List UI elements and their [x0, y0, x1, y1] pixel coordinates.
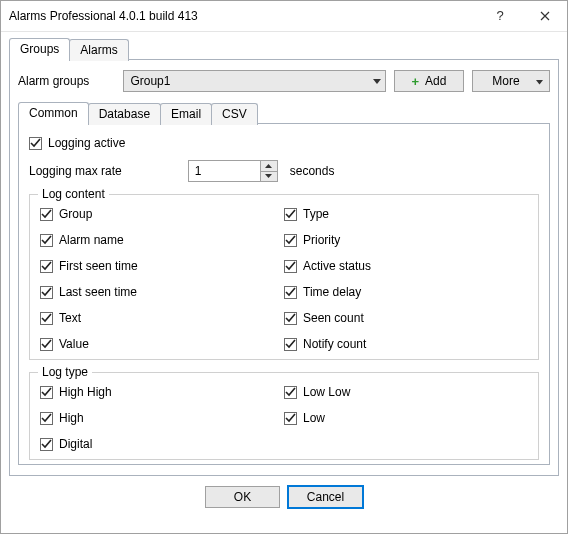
- logging-active-checkbox[interactable]: Logging active: [29, 136, 539, 150]
- chk-label: Last seen time: [59, 285, 137, 299]
- logging-max-rate-input[interactable]: 1: [188, 160, 278, 182]
- inner-tabpanel: Logging active Logging max rate 1: [18, 123, 550, 465]
- window-title: Alarms Professional 4.0.1 build 413: [9, 9, 477, 23]
- alarm-groups-row: Alarm groups Group1 + Add More: [18, 70, 550, 92]
- checkbox-icon: [40, 208, 53, 221]
- log-type-legend: Log type: [38, 365, 92, 379]
- checkbox-icon: [284, 286, 297, 299]
- spinner-buttons: [260, 161, 277, 181]
- logging-max-rate-row: Logging max rate 1 seconds: [29, 160, 539, 182]
- chk-notify-count[interactable]: Notify count: [284, 337, 528, 351]
- checkbox-icon: [284, 260, 297, 273]
- chk-seen-count[interactable]: Seen count: [284, 311, 528, 325]
- chk-label: Value: [59, 337, 89, 351]
- chk-priority[interactable]: Priority: [284, 233, 528, 247]
- svg-text:?: ?: [496, 9, 503, 23]
- tab-csv[interactable]: CSV: [211, 103, 258, 125]
- alarm-groups-select[interactable]: Group1: [123, 70, 386, 92]
- chk-text[interactable]: Text: [40, 311, 284, 325]
- checkbox-icon: [284, 208, 297, 221]
- checkbox-icon: [284, 386, 297, 399]
- tab-alarms[interactable]: Alarms: [69, 39, 128, 61]
- chk-label: Type: [303, 207, 329, 221]
- checkbox-icon: [40, 438, 53, 451]
- tab-common[interactable]: Common: [18, 102, 89, 124]
- outer-tabpanel: Alarm groups Group1 + Add More: [9, 59, 559, 476]
- checkbox-icon: [40, 386, 53, 399]
- checkbox-icon: [40, 286, 53, 299]
- logging-max-rate-label: Logging max rate: [29, 164, 122, 178]
- alarm-groups-label: Alarm groups: [18, 74, 89, 88]
- log-content-left-col: Group Alarm name First seen time Last se…: [40, 205, 284, 353]
- inner-tabstrip: Common Database Email CSV: [18, 102, 550, 124]
- cancel-button-label: Cancel: [307, 490, 344, 504]
- alarm-groups-selected: Group1: [130, 74, 170, 88]
- outer-tabstrip: Groups Alarms: [9, 38, 559, 60]
- chk-low[interactable]: Low: [284, 411, 528, 425]
- chk-label: Priority: [303, 233, 340, 247]
- chk-label: Active status: [303, 259, 371, 273]
- add-button-label: Add: [425, 74, 446, 88]
- more-button-label: More: [492, 74, 519, 88]
- common-section: Logging active Logging max rate 1: [29, 136, 539, 460]
- checkbox-icon: [284, 312, 297, 325]
- chk-label: Low Low: [303, 385, 350, 399]
- tab-groups[interactable]: Groups: [9, 38, 70, 60]
- chk-label: Group: [59, 207, 92, 221]
- chk-time-delay[interactable]: Time delay: [284, 285, 528, 299]
- chevron-down-icon: [373, 74, 381, 88]
- outer-tabs: Groups Alarms Alarm groups Group1 + Add: [9, 38, 559, 476]
- checkbox-icon: [40, 260, 53, 273]
- chk-high[interactable]: High: [40, 411, 284, 425]
- log-content-columns: Group Alarm name First seen time Last se…: [40, 205, 528, 353]
- logging-max-rate-value: 1: [189, 161, 260, 181]
- chk-label: Low: [303, 411, 325, 425]
- plus-icon: +: [412, 75, 420, 88]
- ok-button[interactable]: OK: [205, 486, 280, 508]
- chk-label: High: [59, 411, 84, 425]
- help-button[interactable]: ?: [477, 1, 522, 31]
- spinner-down-button[interactable]: [261, 172, 277, 182]
- tab-database[interactable]: Database: [88, 103, 161, 125]
- log-type-left-col: High High High Digital: [40, 383, 284, 453]
- checkbox-icon: [40, 312, 53, 325]
- dialog-buttons: OK Cancel: [9, 476, 559, 508]
- chk-active-status[interactable]: Active status: [284, 259, 528, 273]
- cancel-button[interactable]: Cancel: [288, 486, 363, 508]
- add-button[interactable]: + Add: [394, 70, 464, 92]
- chevron-down-icon: [536, 74, 543, 88]
- client-area: Groups Alarms Alarm groups Group1 + Add: [1, 32, 567, 533]
- chk-label: Alarm name: [59, 233, 124, 247]
- chk-type[interactable]: Type: [284, 207, 528, 221]
- titlebar: Alarms Professional 4.0.1 build 413 ?: [1, 1, 567, 32]
- logging-active-label: Logging active: [48, 136, 125, 150]
- chk-label: High High: [59, 385, 112, 399]
- checkbox-icon: [29, 137, 42, 150]
- ok-button-label: OK: [234, 490, 251, 504]
- spinner-up-button[interactable]: [261, 161, 277, 172]
- chk-label: Digital: [59, 437, 92, 451]
- chk-value[interactable]: Value: [40, 337, 284, 351]
- chk-group[interactable]: Group: [40, 207, 284, 221]
- more-button[interactable]: More: [472, 70, 550, 92]
- log-content-legend: Log content: [38, 187, 109, 201]
- checkbox-icon: [284, 412, 297, 425]
- close-button[interactable]: [522, 1, 567, 31]
- checkbox-icon: [40, 234, 53, 247]
- logging-max-rate-unit: seconds: [290, 164, 335, 178]
- log-content-group: Log content Group Alarm name First seen …: [29, 194, 539, 360]
- chk-low-low[interactable]: Low Low: [284, 385, 528, 399]
- chk-alarm-name[interactable]: Alarm name: [40, 233, 284, 247]
- chk-last-seen-time[interactable]: Last seen time: [40, 285, 284, 299]
- checkbox-icon: [284, 234, 297, 247]
- chk-label: First seen time: [59, 259, 138, 273]
- chk-first-seen-time[interactable]: First seen time: [40, 259, 284, 273]
- chk-high-high[interactable]: High High: [40, 385, 284, 399]
- tab-email[interactable]: Email: [160, 103, 212, 125]
- inner-tabs: Common Database Email CSV Logging active: [18, 102, 550, 465]
- log-type-right-col: Low Low Low: [284, 383, 528, 453]
- chk-digital[interactable]: Digital: [40, 437, 284, 451]
- log-type-columns: High High High Digital Low Low Low: [40, 383, 528, 453]
- chk-label: Text: [59, 311, 81, 325]
- log-content-right-col: Type Priority Active status Time delay S…: [284, 205, 528, 353]
